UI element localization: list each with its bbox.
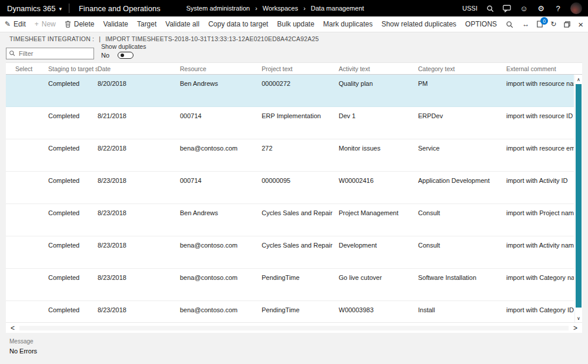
close-icon[interactable]: × bbox=[578, 20, 583, 29]
column-header-resource[interactable]: Resource bbox=[180, 65, 262, 72]
date-cell: 8/23/2018 bbox=[98, 242, 180, 268]
resource-cell: 000714 bbox=[180, 177, 262, 203]
table-row[interactable]: Completed 8/23/2018 Ben Andrews Cycles S… bbox=[6, 204, 574, 236]
toggle-knob bbox=[121, 54, 124, 57]
activity-cell: Development bbox=[339, 242, 418, 268]
copy-data-to-target-label: Copy data to target bbox=[208, 20, 268, 28]
project-cell: 00000272 bbox=[262, 80, 339, 106]
comment-cell: import with Category nar bbox=[506, 274, 574, 300]
feedback-smiley-icon[interactable]: ☺ bbox=[519, 4, 529, 13]
column-header-project-text[interactable]: Project text bbox=[262, 65, 339, 72]
breadcrumb-item-system-administration[interactable]: System administration bbox=[186, 5, 250, 12]
table-row[interactable]: Completed 8/21/2018 000714 ERP Implement… bbox=[6, 107, 574, 139]
activity-cell: Go live cutover bbox=[339, 274, 418, 300]
column-header-external-comment[interactable]: External comment bbox=[506, 65, 574, 72]
filter-input[interactable] bbox=[6, 48, 94, 59]
caption-separator: | bbox=[99, 35, 101, 42]
attachments-button[interactable]: 0 bbox=[537, 21, 543, 28]
category-cell: Install bbox=[418, 306, 506, 322]
edit-button[interactable]: ✎ Edit bbox=[5, 20, 26, 28]
copy-data-to-target-button[interactable]: Copy data to target bbox=[208, 20, 268, 28]
scroll-down-icon[interactable]: ∨ bbox=[575, 314, 582, 322]
product-name[interactable]: Finance and Operations bbox=[69, 4, 170, 13]
breadcrumb-item-data-management[interactable]: Data management bbox=[311, 5, 365, 12]
status-cell: Completed bbox=[48, 177, 98, 203]
column-header-activity-text[interactable]: Activity text bbox=[339, 65, 418, 72]
status-cell: Completed bbox=[48, 112, 98, 139]
validate-label: Validate bbox=[103, 20, 128, 28]
breadcrumb-item-workspaces[interactable]: Workspaces bbox=[263, 5, 298, 12]
help-icon[interactable]: ? bbox=[553, 4, 563, 13]
category-cell: Application Development bbox=[418, 177, 506, 203]
options-button[interactable]: OPTIONS bbox=[465, 20, 497, 28]
show-duplicates-toggle[interactable] bbox=[118, 52, 133, 59]
company-selector[interactable]: USSI bbox=[462, 5, 477, 12]
grid-body: Completed 8/20/2018 Ben Andrews 00000272… bbox=[6, 75, 582, 322]
comment-cell: import with Activity name bbox=[506, 242, 574, 268]
activity-cell: Dev 1 bbox=[339, 112, 418, 139]
resource-cell: Ben Andrews bbox=[180, 209, 262, 236]
popout-icon[interactable] bbox=[564, 21, 570, 28]
user-avatar[interactable] bbox=[570, 2, 582, 14]
app-launcher[interactable]: Dynamics 365 ▾ bbox=[0, 4, 69, 13]
category-cell: Consult bbox=[418, 242, 506, 268]
expand-icon[interactable]: ↔ bbox=[522, 20, 529, 28]
project-cell: Cycles Sales and Repair bbox=[262, 209, 339, 236]
resource-cell: bena@contoso.com bbox=[180, 306, 262, 322]
table-row[interactable]: Completed 8/23/2018 bena@contoso.com Pen… bbox=[6, 301, 574, 322]
mark-duplicates-button[interactable]: Mark duplicates bbox=[323, 20, 373, 28]
page-caption: TIMESHEET INTEGRATION : | IMPORT TIMESHE… bbox=[0, 32, 588, 45]
resource-cell: bena@contoso.com bbox=[180, 274, 262, 300]
date-cell: 8/20/2018 bbox=[98, 80, 180, 106]
gear-icon[interactable]: ⚙ bbox=[536, 4, 546, 13]
action-search-icon[interactable] bbox=[506, 21, 513, 28]
resource-cell: Ben Andrews bbox=[180, 80, 262, 106]
comment-cell: import with Activity ID bbox=[506, 177, 574, 203]
refresh-icon[interactable]: ↻ bbox=[550, 20, 556, 28]
table-row[interactable]: Completed 8/20/2018 Ben Andrews 00000272… bbox=[6, 75, 574, 107]
table-row[interactable]: Completed 8/23/2018 bena@contoso.com Pen… bbox=[6, 269, 574, 301]
show-related-duplicates-button[interactable]: Show related duplicates bbox=[382, 20, 456, 28]
vertical-scrollbar[interactable]: ∧ ∨ bbox=[574, 75, 582, 322]
date-cell: 8/23/2018 bbox=[98, 306, 180, 322]
column-header-date[interactable]: Date bbox=[98, 65, 180, 72]
brand-label: Dynamics 365 bbox=[7, 4, 55, 13]
validate-button[interactable]: Validate bbox=[103, 20, 128, 28]
scroll-up-icon[interactable]: ∧ bbox=[575, 75, 582, 84]
date-cell: 8/23/2018 bbox=[98, 274, 180, 300]
activity-cell: Project Management bbox=[339, 209, 418, 236]
column-header-select[interactable]: Select bbox=[6, 65, 48, 72]
new-button[interactable]: + New bbox=[35, 20, 56, 28]
category-cell: PM bbox=[418, 80, 506, 106]
resource-cell: 000714 bbox=[180, 112, 262, 139]
search-icon[interactable] bbox=[485, 4, 495, 13]
category-cell: ERPDev bbox=[418, 112, 506, 139]
validate-all-button[interactable]: Validate all bbox=[165, 20, 199, 28]
status-cell: Completed bbox=[48, 274, 98, 300]
filter-search-icon bbox=[9, 50, 15, 56]
column-header-category-text[interactable]: Category text bbox=[418, 65, 506, 72]
scroll-right-icon[interactable]: > bbox=[573, 325, 577, 332]
scrollbar-thumb[interactable] bbox=[576, 84, 582, 308]
select-cell bbox=[6, 145, 48, 171]
scroll-left-icon[interactable]: < bbox=[11, 325, 15, 332]
bulk-update-label: Bulk update bbox=[277, 20, 314, 28]
horizontal-scrollbar[interactable]: < > bbox=[6, 322, 582, 333]
table-row[interactable]: Completed 8/22/2018 bena@contoso.com 272… bbox=[6, 139, 574, 172]
bulk-update-button[interactable]: Bulk update bbox=[277, 20, 314, 28]
message-value: No Errors bbox=[9, 348, 579, 355]
delete-button[interactable]: Delete bbox=[65, 20, 95, 28]
entity-name: TIMESHEET INTEGRATION : bbox=[9, 35, 94, 42]
table-row[interactable]: Completed 8/23/2018 bena@contoso.com Cyc… bbox=[6, 236, 574, 269]
breadcrumb-separator-icon: › bbox=[255, 5, 258, 12]
top-nav-bar: Dynamics 365 ▾ Finance and Operations Sy… bbox=[0, 0, 588, 16]
mark-duplicates-label: Mark duplicates bbox=[323, 20, 373, 28]
show-related-duplicates-label: Show related duplicates bbox=[382, 20, 456, 28]
page-content: TIMESHEET INTEGRATION : | IMPORT TIMESHE… bbox=[0, 32, 588, 332]
horizontal-scroll-track[interactable] bbox=[19, 326, 569, 330]
message-icon[interactable] bbox=[502, 4, 512, 13]
column-header-staging-status[interactable]: Staging to target sta... bbox=[48, 65, 98, 72]
target-button[interactable]: Target bbox=[137, 20, 156, 28]
new-label: New bbox=[42, 20, 56, 28]
table-row[interactable]: Completed 8/23/2018 000714 00000095 W000… bbox=[6, 172, 574, 204]
